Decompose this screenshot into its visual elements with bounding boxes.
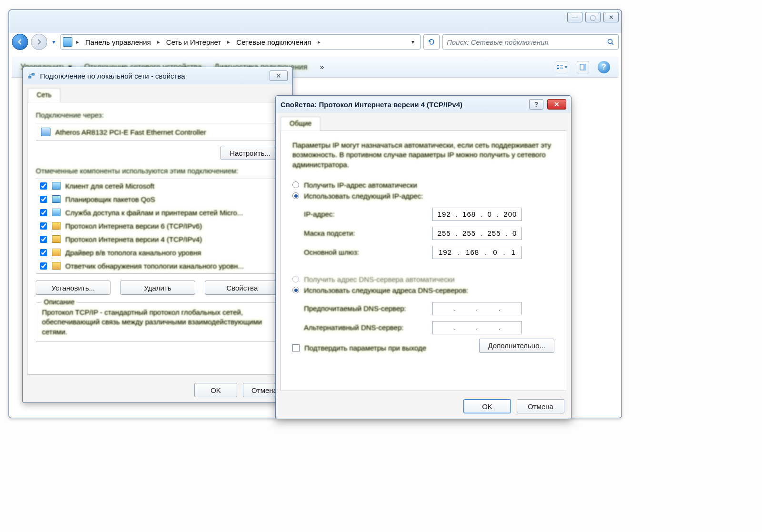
network-icon [28,72,35,80]
dialog-title: Свойства: Протокол Интернета версии 4 (T… [281,100,462,109]
protocol-icon [52,262,60,270]
ok-button[interactable]: OK [194,383,237,397]
nav-row: ▾ ▸ Панель управления ▸ Сеть и Интернет … [12,33,619,51]
dialog-close-button[interactable]: ✕ [547,99,566,110]
radio-icon [292,192,299,199]
dns1-field[interactable]: . . . [432,302,522,315]
toolbar-overflow[interactable]: » [320,63,324,71]
connection-properties-dialog: Подключение по локальной сети - свойства… [22,67,293,403]
dialog-close-button[interactable]: ✕ [270,70,288,81]
chevron-right-icon: ▸ [226,39,231,45]
close-button[interactable]: ✕ [603,12,619,22]
preview-pane-button[interactable] [577,61,589,73]
breadcrumb-item[interactable]: Сетевые подключения [232,35,315,49]
component-checkbox[interactable] [40,262,47,270]
radio-static-dns[interactable]: Использовать следующие адреса DNS-сервер… [292,286,554,294]
configure-button[interactable]: Настроить... [221,146,280,160]
subnet-mask-field[interactable]: 255. 255. 255. 0 [432,227,522,240]
list-item: Драйвер в/в тополога канального уровня [36,246,279,259]
svg-rect-7 [29,76,31,78]
chevron-right-icon: ▸ [317,39,321,45]
dialog-body: Подключение через: Atheros AR8132 PCI-E … [28,102,288,375]
advanced-button[interactable]: Дополнительно... [479,339,554,353]
radio-icon [292,276,299,282]
refresh-button[interactable] [423,34,440,50]
nav-forward-button[interactable] [31,34,47,50]
info-text: Параметры IP могут назначаться автоматич… [292,141,554,170]
protocol-icon [52,222,60,230]
list-item: Планировщик пакетов QoS [36,192,279,206]
breadcrumb-item[interactable]: Панель управления [81,35,155,49]
dialog-titlebar[interactable]: Подключение по локальной сети - свойства… [23,67,292,84]
view-options-button[interactable]: ▾ [556,61,568,73]
uninstall-button[interactable]: Удалить [120,281,195,295]
refresh-icon [428,38,435,46]
list-item: Клиент для сетей Microsoft [36,179,279,192]
component-checkbox[interactable] [40,249,47,256]
dialog-help-button[interactable]: ? [529,99,543,110]
component-checkbox[interactable] [40,209,47,216]
help-button[interactable]: ? [598,61,610,73]
minimize-button[interactable]: — [567,12,582,22]
view-icon [557,64,563,70]
components-label: Отмеченные компоненты используются этим … [36,167,280,175]
list-item: Служба доступа к файлам и принтерам сете… [36,206,279,219]
service-icon [52,195,60,203]
dialog-footer: OK Отмена [23,378,292,402]
dns2-label: Альтернативный DNS-сервер: [304,323,432,331]
dns2-field[interactable]: . . . [432,321,522,334]
search-placeholder: Поиск: Сетевые подключения [447,38,549,46]
adapter-icon [41,128,50,136]
validate-checkbox[interactable] [292,344,300,351]
radio-icon [292,287,299,293]
description-text: Протокол TCP/IP - стандартный протокол г… [42,308,273,337]
breadcrumb-item[interactable]: Сеть и Интернет [162,35,226,49]
dialog-titlebar[interactable]: Свойства: Протокол Интернета версии 4 (T… [276,96,571,113]
subnet-mask-label: Маска подсети: [304,229,432,237]
breadcrumb[interactable]: ▸ Панель управления ▸ Сеть и Интернет ▸ … [60,34,421,50]
connect-using-label: Подключение через: [36,111,280,119]
dialog-body: Параметры IP могут назначаться автоматич… [281,131,566,391]
validate-label: Подтвердить параметры при выходе [304,344,426,352]
svg-rect-2 [557,68,559,69]
cancel-button[interactable]: Отмена [517,399,564,413]
tab-strip: Общие [281,117,566,131]
component-checkbox[interactable] [40,182,47,190]
adapter-field[interactable]: Atheros AR8132 PCI-E Fast Ethernet Contr… [36,123,280,141]
install-button[interactable]: Установить... [36,281,110,295]
gateway-field[interactable]: 192. 168. 0. 1 [432,246,522,259]
adapter-name: Atheros AR8132 PCI-E Fast Ethernet Contr… [55,128,206,136]
svg-rect-1 [557,65,559,66]
service-icon [52,209,60,216]
tab-general[interactable]: Общие [281,117,321,131]
protocol-icon [52,249,60,256]
ipv4-properties-dialog: Свойства: Протокол Интернета версии 4 (T… [275,95,572,419]
radio-static-ip[interactable]: Использовать следующий IP-адрес: [292,192,554,200]
client-icon [52,182,60,190]
tab-network[interactable]: Сеть [28,88,60,102]
search-input[interactable]: Поиск: Сетевые подключения [442,34,619,50]
nav-back-button[interactable] [12,34,28,50]
ip-address-field[interactable]: 192. 168. 0. 200 [432,208,522,221]
ok-button[interactable]: OK [463,399,511,413]
component-checkbox[interactable] [40,236,47,243]
chevron-right-icon: ▸ [75,39,80,45]
maximize-button[interactable]: ▢ [585,12,601,22]
list-item: Протокол Интернета версии 4 (TCP/IPv4) [36,232,279,246]
radio-auto-ip[interactable]: Получить IP-адрес автоматически [292,181,554,189]
gateway-label: Основной шлюз: [304,248,432,256]
description-legend: Описание [41,298,77,306]
component-checkbox[interactable] [40,222,47,230]
properties-button[interactable]: Свойства [205,281,280,295]
components-list[interactable]: Клиент для сетей Microsoft Планировщик п… [36,179,280,274]
svg-rect-4 [560,68,563,69]
ip-address-label: IP-адрес: [304,210,432,218]
pane-icon [580,64,586,70]
chevron-right-icon: ▸ [156,39,161,45]
breadcrumb-dropdown[interactable]: ▾ [408,39,418,45]
svg-rect-3 [560,65,563,66]
protocol-icon [52,235,60,243]
list-item: Протокол Интернета версии 6 (TCP/IPv6) [36,219,279,232]
nav-history-dropdown[interactable]: ▾ [50,38,58,46]
component-checkbox[interactable] [40,196,47,203]
